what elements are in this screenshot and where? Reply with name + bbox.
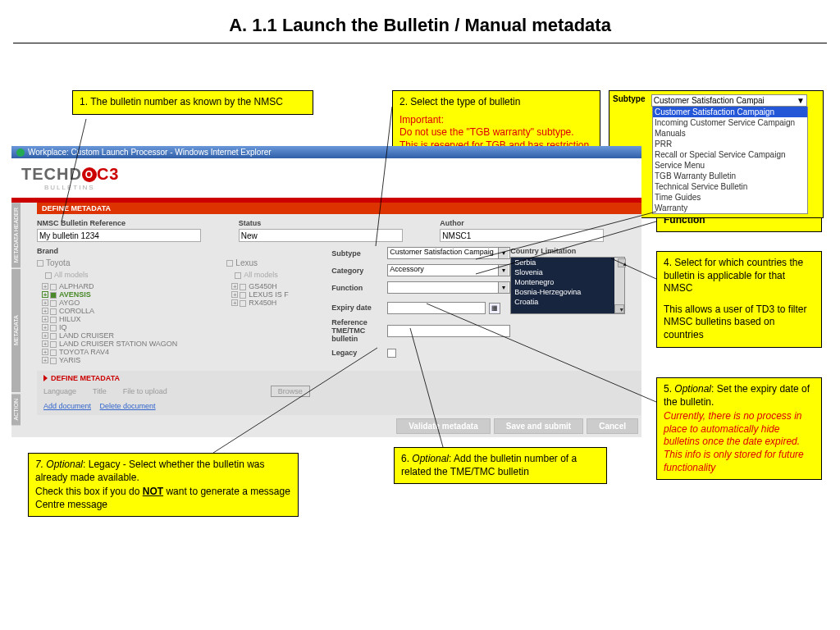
subtype-option[interactable]: Incoming Customer Service Campaign [653,117,807,128]
calendar-icon[interactable]: ▦ [489,303,500,314]
checkbox-icon[interactable] [240,284,246,290]
model-item[interactable]: TOYOTA RAV4 [59,348,109,356]
subtype-option[interactable]: PRR [653,139,807,149]
legacy-checkbox[interactable] [387,349,396,358]
divider [13,43,827,43]
model-item[interactable]: LAND CRUISER [59,331,114,340]
model-item[interactable]: YARIS [59,356,80,364]
checkbox-icon[interactable] [50,308,57,315]
country-item[interactable]: Serbia [511,258,624,267]
logo-o: O [82,167,97,182]
subtype-dd-options[interactable]: Customer Satisfaction Campaign Incoming … [652,107,808,214]
note-5-d: Currently, there is no process in place … [664,410,815,474]
checkbox-icon[interactable] [50,325,57,331]
expiry-input[interactable] [387,302,486,314]
note-6-a: 6. [401,453,412,464]
checkbox-icon[interactable] [37,260,43,267]
subtype-option[interactable]: Service Menu [653,160,807,171]
ie-icon [16,148,25,157]
lower-section: DEFINE METADATA Language Title File to u… [37,371,641,415]
note-4: 4. Select for which countries the bullet… [656,251,822,348]
logo-text: TECHDOC3 [21,165,119,183]
delete-document-link[interactable]: Delete document [100,402,156,410]
brand-name: Lexus [235,258,258,267]
model-item[interactable]: LEXUS IS F [249,290,289,299]
vtab-action[interactable]: ACTION [11,394,21,425]
note-7-d: NOT [143,486,163,497]
checkbox-icon[interactable] [50,341,57,348]
brand-label: Brand [37,247,331,255]
scroll-up-icon[interactable]: ▲ [618,258,626,267]
subtype-option[interactable]: Technical Service Bulletin [653,181,807,192]
chevron-down-icon: ▾ [498,248,509,258]
note-7-a: 7. Optional [35,459,83,470]
model-item[interactable]: GS450H [249,282,277,290]
nmsc-ref-input[interactable] [37,229,201,242]
browse-button[interactable]: Browse [271,386,310,397]
save-submit-button[interactable]: Save and submit [494,418,583,434]
ref-tme-label: Reference TME/TMC bulletin [331,319,387,344]
checkbox-icon[interactable] [240,300,246,307]
checkbox-icon[interactable] [50,317,57,323]
define-metadata-sub: DEFINE METADATA [43,374,641,382]
ref-label: NMSC Bulletin Reference [37,219,239,227]
country-item[interactable]: Croatia [511,297,624,307]
subtype-option[interactable]: Time Guides [653,192,807,203]
subtype-option[interactable]: Warranty [653,203,807,213]
model-item[interactable]: AYGO [59,299,80,307]
model-item[interactable]: HILUX [59,315,81,323]
country-item[interactable]: Montenegro [511,277,624,287]
model-item[interactable]: IQ [59,323,67,331]
subtype-option[interactable]: TGB Warranty Bulletin [653,171,807,181]
checkbox-icon[interactable] [45,272,52,279]
subtype-option[interactable]: Customer Satisfaction Campaign [653,107,807,117]
checkbox-icon[interactable] [50,284,57,290]
checkbox-icon[interactable] [226,260,233,267]
checkbox-icon[interactable] [50,349,57,356]
checkbox-icon[interactable] [50,292,57,299]
subtype-option[interactable]: Manuals [653,128,807,139]
note-2-title: 2. Select the type of bulletin [399,96,593,109]
country-label: Country Limitation [510,247,641,255]
subtype-select[interactable]: Customer Satisfaction Campaig▾ [387,247,510,259]
model-item[interactable]: RX450H [249,299,276,307]
checkbox-icon[interactable] [235,272,241,279]
validate-button[interactable]: Validate metadata [396,418,490,434]
meta-column: Subtype Customer Satisfaction Campaig▾ C… [331,247,510,364]
model-item[interactable]: ALPHARD [59,282,94,290]
function-label: Function [331,284,387,292]
checkbox-icon[interactable] [50,333,57,340]
brand-lexus: Lexus All models +GS450H +LEXUS IS F +RX… [226,258,289,364]
country-item[interactable]: Bosnia-Herzegovina [511,287,624,297]
chevron-down-icon: ▼ [797,96,805,105]
subtype-option[interactable]: Recall or Special Service Campaign [653,149,807,160]
subtype-dd-select[interactable]: Customer Satisfaction Campai▼ [651,94,807,107]
scrollbar[interactable]: ▲▼ [614,258,624,313]
note-7: 7. Optional: Legacy - Select whether the… [28,453,299,517]
model-item[interactable]: COROLLA [59,307,94,315]
add-document-link[interactable]: Add document [43,402,91,410]
checkbox-icon[interactable] [50,300,57,307]
brand-name: Toyota [46,258,70,267]
function-select[interactable]: ▾ [387,281,510,294]
file-to-upload-label: File to upload [123,387,254,395]
author-label: Author [440,219,641,227]
dm-label: DEFINE METADATA [51,374,120,382]
model-item[interactable]: LAND CRUISER STATION WAGON [59,340,177,348]
model-item[interactable]: AVENSIS [59,290,91,299]
checkbox-icon[interactable] [50,358,57,364]
country-listbox[interactable]: Serbia Slovenia Montenegro Bosnia-Herzeg… [510,257,625,314]
triangle-icon [43,375,48,381]
scroll-down-icon[interactable]: ▼ [614,304,624,313]
cancel-button[interactable]: Cancel [587,418,638,434]
category-select[interactable]: Accessory▾ [387,264,510,276]
country-item[interactable]: Slovenia [511,267,624,277]
brand-toyota: Toyota All models +ALPHARD +AVENSIS +AYG… [37,258,177,364]
subtype-dd-label: Subtype [613,94,649,103]
vtab-metadata[interactable]: METADATA [11,269,21,392]
ref-tme-input[interactable] [387,325,510,337]
subtype-label: Subtype [331,249,387,258]
vtab-header[interactable]: METADATA HEADER [11,203,21,267]
checkbox-icon[interactable] [240,292,246,299]
category-value: Accessory [390,265,424,273]
